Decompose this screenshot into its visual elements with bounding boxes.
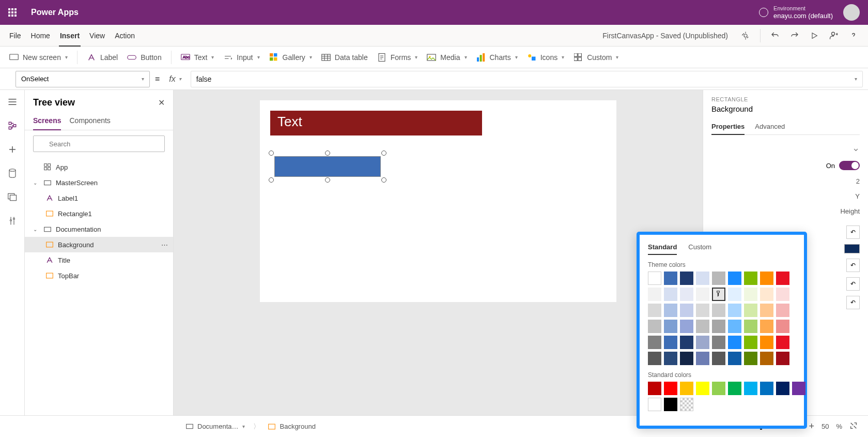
color-swatch[interactable]	[744, 336, 757, 349]
color-swatch[interactable]	[712, 272, 725, 285]
color-swatch[interactable]	[760, 272, 773, 285]
datatable-button[interactable]: Data table	[321, 53, 368, 62]
close-icon[interactable]: ✕	[158, 98, 165, 108]
more-icon[interactable]: ⋯	[161, 241, 168, 249]
forms-dropdown[interactable]: Forms ▾	[377, 53, 418, 62]
menu-action[interactable]: Action	[115, 25, 135, 46]
border-reset-icon[interactable]: ↶	[846, 259, 860, 272]
custom-dropdown[interactable]: Custom ▾	[574, 53, 618, 62]
color-swatch[interactable]	[680, 336, 693, 349]
color-swatch[interactable]	[680, 352, 693, 365]
user-avatar[interactable]	[843, 4, 860, 21]
input-dropdown[interactable]: Input ▾	[223, 53, 259, 62]
color-swatch[interactable]	[648, 398, 661, 411]
chevron-down-icon[interactable]: ⌄	[852, 142, 860, 154]
color-swatch[interactable]	[776, 272, 789, 285]
play-icon[interactable]	[809, 31, 819, 41]
color-swatch[interactable]	[712, 382, 725, 395]
color-swatch[interactable]	[712, 352, 725, 365]
color-swatch[interactable]	[744, 320, 757, 333]
chevron-down-icon[interactable]: ▾	[855, 76, 857, 82]
tree-node-title[interactable]: Title	[25, 252, 173, 268]
tab-properties[interactable]: Properties	[711, 119, 745, 134]
color-swatch[interactable]	[664, 382, 677, 395]
collapse-icon[interactable]: ⌄	[33, 227, 39, 232]
tree-node-app[interactable]: App	[25, 159, 173, 175]
color-swatch[interactable]	[648, 272, 661, 285]
color-swatch[interactable]	[680, 382, 693, 395]
color-swatch[interactable]	[648, 320, 661, 333]
color-swatch[interactable]	[760, 382, 773, 395]
color-swatch[interactable]	[680, 398, 693, 411]
color-swatch[interactable]	[648, 336, 661, 349]
tab-screens[interactable]: Screens	[33, 113, 61, 130]
tools-icon[interactable]	[7, 215, 18, 227]
tree-view-icon[interactable]	[7, 120, 18, 131]
color-swatch[interactable]	[792, 382, 805, 395]
formula-input[interactable]: false ▾	[191, 71, 863, 87]
breadcrumb-screen[interactable]: Documenta… ▾	[186, 423, 245, 430]
color-swatch[interactable]	[728, 352, 741, 365]
color-reset-icon[interactable]: ↶	[846, 225, 860, 239]
color-swatch[interactable]	[760, 336, 773, 349]
hover-reset-icon[interactable]: ↶	[846, 277, 860, 291]
text-dropdown[interactable]: Abc Text ▾	[181, 53, 214, 62]
color-swatch[interactable]	[728, 382, 741, 395]
color-swatch[interactable]	[680, 272, 693, 285]
color-swatch[interactable]	[648, 352, 661, 365]
color-swatch[interactable]	[776, 352, 789, 365]
tab-advanced[interactable]: Advanced	[755, 119, 785, 134]
tree-node-topbar[interactable]: TopBar	[25, 268, 173, 283]
app-checker-icon[interactable]	[740, 31, 751, 41]
charts-dropdown[interactable]: Charts ▾	[476, 53, 518, 62]
color-swatch[interactable]	[664, 398, 677, 411]
color-swatch[interactable]	[744, 352, 757, 365]
color-swatch[interactable]	[664, 288, 677, 301]
tree-node-masterscreen[interactable]: ⌄ MasterScreen	[25, 175, 173, 190]
color-swatch[interactable]	[776, 288, 789, 301]
zoom-in-icon[interactable]: +	[809, 421, 814, 432]
color-swatch[interactable]	[680, 320, 693, 333]
redo-icon[interactable]	[789, 31, 800, 41]
canvas-area[interactable]: Text	[174, 90, 703, 415]
color-swatch[interactable]	[744, 288, 757, 301]
color-swatch[interactable]	[648, 382, 661, 395]
color-swatch[interactable]	[776, 304, 789, 317]
color-swatch-button[interactable]	[844, 244, 860, 253]
help-icon[interactable]	[848, 31, 859, 41]
menu-insert[interactable]: Insert	[60, 25, 80, 46]
color-swatch[interactable]	[696, 320, 709, 333]
canvas-topbar-shape[interactable]: Text	[270, 111, 482, 135]
app-launcher-icon[interactable]	[8, 8, 17, 17]
color-swatch[interactable]	[664, 352, 677, 365]
search-input[interactable]	[33, 135, 165, 152]
icons-dropdown[interactable]: Icons ▾	[527, 53, 564, 62]
menu-home[interactable]: Home	[31, 25, 50, 46]
color-swatch[interactable]	[648, 304, 661, 317]
data-icon[interactable]	[7, 168, 18, 179]
environment-picker[interactable]: Environment enayu.com (default)	[759, 5, 833, 20]
collapse-icon[interactable]: ⌄	[33, 180, 39, 186]
color-swatch[interactable]	[696, 304, 709, 317]
share-icon[interactable]	[829, 31, 839, 41]
gallery-dropdown[interactable]: Gallery ▾	[269, 53, 312, 62]
color-swatch[interactable]	[712, 336, 725, 349]
color-swatch[interactable]	[744, 382, 757, 395]
tree-node-documentation[interactable]: ⌄ Documentation	[25, 221, 173, 237]
color-swatch[interactable]	[776, 320, 789, 333]
tab-components[interactable]: Components	[69, 113, 110, 130]
color-swatch[interactable]	[696, 382, 709, 395]
color-swatch[interactable]	[760, 288, 773, 301]
fit-screen-icon[interactable]	[849, 421, 858, 431]
media-rail-icon[interactable]	[7, 191, 18, 203]
menu-file[interactable]: File	[9, 25, 21, 46]
color-swatch[interactable]	[696, 288, 709, 301]
canvas[interactable]: Text	[260, 100, 616, 302]
color-swatch[interactable]	[728, 272, 741, 285]
color-swatch[interactable]	[728, 304, 741, 317]
color-swatch[interactable]	[648, 288, 661, 301]
tree-node-background[interactable]: Background ⋯	[25, 237, 173, 252]
color-swatch[interactable]	[712, 288, 725, 301]
color-swatch[interactable]	[728, 320, 741, 333]
color-swatch[interactable]	[664, 272, 677, 285]
